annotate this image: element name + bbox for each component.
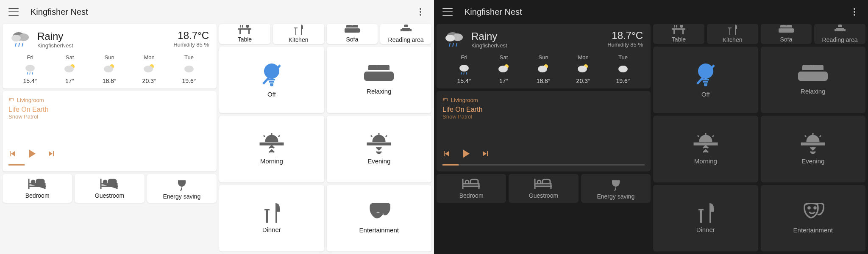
sofa-tile[interactable]: Sofa xyxy=(761,24,812,44)
prev-icon[interactable] xyxy=(8,150,16,157)
reading-tile[interactable]: Reading area xyxy=(814,24,865,44)
dinner-scene[interactable]: Dinner xyxy=(653,185,758,251)
forecast-day[interactable]: Mon20.3° xyxy=(142,54,156,84)
off-scene[interactable]: Off xyxy=(653,47,758,113)
forecast-day[interactable]: Sun18.8° xyxy=(537,54,551,84)
svg-point-29 xyxy=(498,66,508,72)
forecast-day[interactable]: Mon20.3° xyxy=(576,54,590,84)
svg-point-34 xyxy=(618,66,628,72)
svg-line-4 xyxy=(19,43,19,47)
next-icon[interactable] xyxy=(481,150,489,157)
weather-condition: Rainy xyxy=(471,30,507,42)
svg-point-13 xyxy=(104,66,113,72)
page-title: Kingfisher Nest xyxy=(465,7,522,17)
weather-humidity: Humidity 85 % xyxy=(607,41,643,48)
forecast-day[interactable]: Tue19.6° xyxy=(182,54,196,84)
app-header: Kingfisher Nest xyxy=(434,0,868,24)
rainy-icon xyxy=(10,30,31,49)
guestroom-tile[interactable]: Guestroom xyxy=(75,174,144,203)
svg-line-23 xyxy=(456,43,457,47)
svg-line-22 xyxy=(453,43,453,47)
svg-line-3 xyxy=(15,43,16,47)
kitchen-tile[interactable]: Kitchen xyxy=(707,24,758,44)
dinner-scene[interactable]: Dinner xyxy=(219,185,324,251)
kitchen-tile[interactable]: Kitchen xyxy=(273,24,324,44)
evening-scene[interactable]: Evening xyxy=(761,116,866,182)
forecast-day[interactable]: Sat17° xyxy=(63,54,77,84)
overflow-menu-icon[interactable] xyxy=(849,7,860,17)
off-scene[interactable]: Off xyxy=(219,47,324,113)
media-artist: Snow Patrol xyxy=(442,113,645,120)
weather-location: KingfisherNest xyxy=(471,42,507,49)
forecast-day[interactable]: Sun18.8° xyxy=(103,54,117,84)
svg-line-8 xyxy=(30,72,30,75)
weather-location: KingfisherNest xyxy=(37,42,73,49)
svg-line-26 xyxy=(464,72,464,75)
reading-tile[interactable]: Reading area xyxy=(380,24,431,44)
forecast-day[interactable]: Tue19.6° xyxy=(616,54,630,84)
forecast-day[interactable]: Fri15.4° xyxy=(457,54,471,84)
entertainment-scene[interactable]: Entertainment xyxy=(327,185,432,251)
media-card[interactable]: Livingroom Life On Earth Snow Patrol xyxy=(437,91,651,171)
relaxing-scene[interactable]: Relaxing xyxy=(761,47,866,113)
media-card[interactable]: Livingroom Life On Earth Snow Patrol xyxy=(3,91,217,171)
table-tile[interactable]: Table xyxy=(219,24,270,44)
svg-point-11 xyxy=(64,66,74,72)
svg-point-6 xyxy=(25,65,35,72)
svg-point-2 xyxy=(11,35,21,41)
svg-point-24 xyxy=(459,65,469,72)
table-tile[interactable]: Table xyxy=(653,24,704,44)
media-artist: Snow Patrol xyxy=(8,113,211,120)
progress-bar[interactable] xyxy=(8,164,211,166)
weather-temp: 18.7°C xyxy=(173,30,209,41)
svg-point-20 xyxy=(445,35,455,41)
forecast-day[interactable]: Fri15.4° xyxy=(23,54,37,84)
media-title: Life On Earth xyxy=(8,106,211,113)
forecast-day[interactable]: Sat17° xyxy=(497,54,511,84)
app-header: Kingfisher Nest xyxy=(0,0,434,24)
page-title: Kingfisher Nest xyxy=(31,7,88,17)
media-room: Livingroom xyxy=(8,97,211,103)
svg-line-9 xyxy=(32,72,33,75)
prev-icon[interactable] xyxy=(442,150,450,157)
forecast-row: Fri15.4° Sat17° Sun18.8° Mon20.3° Tue19.… xyxy=(10,54,209,84)
bedroom-tile[interactable]: Bedroom xyxy=(437,174,506,203)
entertainment-scene[interactable]: Entertainment xyxy=(761,185,866,251)
media-title: Life On Earth xyxy=(442,106,645,113)
morning-scene[interactable]: Morning xyxy=(653,116,758,182)
play-icon[interactable] xyxy=(460,148,471,159)
bedroom-tile[interactable]: Bedroom xyxy=(3,174,72,203)
weather-card[interactable]: Rainy KingfisherNest 18.7°C Humidity 85 … xyxy=(437,24,651,88)
svg-line-27 xyxy=(466,72,467,75)
svg-line-7 xyxy=(27,72,28,75)
evening-scene[interactable]: Evening xyxy=(327,116,432,182)
rainy-icon xyxy=(444,30,465,49)
sofa-tile[interactable]: Sofa xyxy=(327,24,378,44)
weather-condition: Rainy xyxy=(37,30,73,42)
svg-line-5 xyxy=(22,43,23,47)
media-room: Livingroom xyxy=(442,97,645,103)
relaxing-scene[interactable]: Relaxing xyxy=(327,47,432,113)
guestroom-tile[interactable]: Guestroom xyxy=(509,174,578,203)
next-icon[interactable] xyxy=(47,150,55,157)
morning-scene[interactable]: Morning xyxy=(219,116,324,182)
menu-icon[interactable] xyxy=(442,8,453,16)
svg-point-33 xyxy=(578,66,587,72)
weather-temp: 18.7°C xyxy=(607,30,643,41)
energy-tile[interactable]: Energy saving xyxy=(147,174,217,203)
menu-icon[interactable] xyxy=(8,8,19,16)
play-icon[interactable] xyxy=(26,148,37,159)
svg-point-31 xyxy=(538,66,547,72)
svg-point-16 xyxy=(184,66,194,72)
progress-bar[interactable] xyxy=(442,164,645,166)
svg-line-21 xyxy=(449,43,450,47)
weather-card[interactable]: Rainy KingfisherNest 18.7°C Humidity 85 … xyxy=(3,24,217,88)
energy-tile[interactable]: Energy saving xyxy=(581,174,651,203)
forecast-row: Fri15.4° Sat17° Sun18.8° Mon20.3° Tue19.… xyxy=(444,54,643,84)
svg-line-25 xyxy=(461,72,462,75)
svg-point-15 xyxy=(144,66,153,72)
weather-humidity: Humidity 85 % xyxy=(173,41,209,48)
overflow-menu-icon[interactable] xyxy=(415,7,426,17)
